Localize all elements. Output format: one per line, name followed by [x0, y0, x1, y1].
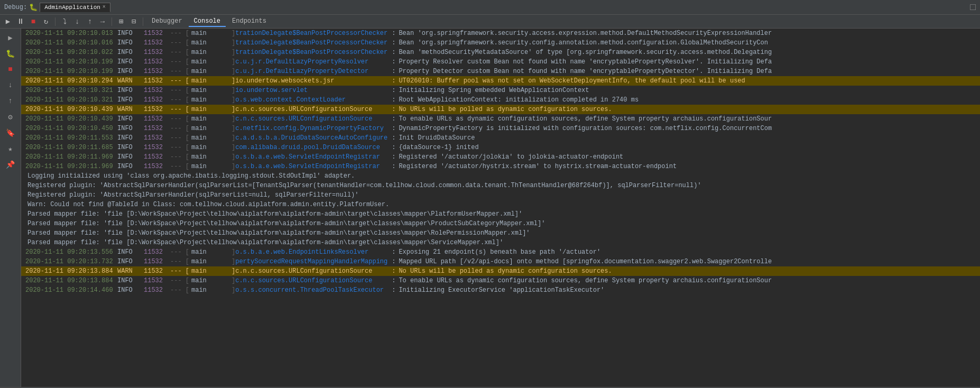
log-bracket-close: ]: [232, 143, 235, 152]
log-message: DynamicPropertyFactory is initialized wi…: [399, 124, 772, 133]
log-dashes: --- [: [170, 257, 189, 266]
log-logger: trationDelegate$BeanPostProcessorChecker: [235, 29, 389, 38]
log-thread: 11532: [144, 86, 170, 95]
sidebar-step-down-icon[interactable]: ↓: [3, 78, 19, 92]
log-thread: 11532: [144, 76, 170, 86]
console-area: 2020-11-11 09:20:10.013INFO11532--- [ ma…: [21, 29, 980, 387]
app-tab[interactable]: AdminApplication ×: [40, 3, 110, 12]
toolbar-btn-evaluate[interactable]: ⊞: [115, 16, 127, 27]
log-logger: o.s.web.context.ContextLoader: [235, 95, 389, 105]
sidebar-step-up-icon[interactable]: ↑: [3, 94, 19, 108]
toolbar-btn-step-into[interactable]: ↓: [71, 16, 83, 27]
toolbar-btn-resume[interactable]: ▶: [2, 16, 14, 27]
sidebar-debug-icon[interactable]: 🐛: [3, 47, 19, 60]
log-thread: 11532: [144, 266, 170, 276]
sidebar-bookmark-icon[interactable]: 🔖: [3, 126, 19, 140]
toolbar-btn-step-out[interactable]: ↑: [84, 16, 96, 27]
log-thread: 11532: [144, 257, 170, 266]
tab-endpoints-label: Endpoints: [232, 17, 266, 25]
log-timestamp: 2020-11-11 09:20:10.439: [25, 114, 115, 124]
log-colon: :: [392, 152, 395, 162]
toolbar-btn-step-over[interactable]: ⤵: [59, 16, 70, 27]
log-plain-text: Warn: Could not find @TableId in Class: …: [25, 200, 976, 209]
log-message: Mapped URL path [/v2/api-docs] onto meth…: [399, 257, 772, 266]
log-thread: 11532: [144, 124, 170, 133]
toolbar-btn-stop[interactable]: ■: [27, 16, 39, 27]
log-dashes: --- [: [170, 86, 189, 95]
log-line: Parsed mapper file: 'file [D:\WorkSpace\…: [21, 238, 980, 247]
toolbar-btn-watch[interactable]: ⊟: [128, 16, 140, 27]
log-plain-text: Registered plugin: 'AbstractSqlParserHan…: [25, 190, 976, 200]
log-thread: 11532: [144, 162, 170, 171]
log-thread-name: main: [189, 105, 232, 114]
log-bracket-close: ]: [232, 86, 235, 95]
log-colon: :: [392, 29, 395, 38]
log-message: Bean 'org.springframework.security.acces…: [399, 29, 772, 38]
log-dashes: --- [: [170, 67, 189, 76]
log-logger: trationDelegate$BeanPostProcessorChecker: [235, 48, 389, 57]
log-colon: :: [392, 95, 395, 105]
log-thread: 11532: [144, 276, 170, 285]
log-logger: o.s.b.a.e.web.ServletEndpointRegistrar: [235, 152, 389, 162]
sidebar-settings-icon[interactable]: ⚙: [3, 110, 19, 124]
log-colon: :: [392, 105, 395, 114]
log-thread: 11532: [144, 57, 170, 67]
main-layout: ▶ 🐛 ■ ↓ ↑ ⚙ 🔖 ★ 📌 2020-11-11 09:20:10.01…: [0, 29, 980, 387]
tab-console[interactable]: Console: [189, 16, 226, 27]
log-dashes: --- [: [170, 105, 189, 114]
sidebar-star-icon[interactable]: ★: [3, 142, 19, 155]
log-message: UT026010: Buffer pool was not set on Web…: [399, 76, 745, 86]
log-colon: :: [392, 276, 395, 285]
log-dashes: --- [: [170, 266, 189, 276]
toolbar-btn-run-cursor[interactable]: →: [97, 16, 108, 27]
log-colon: :: [392, 143, 395, 152]
log-thread: 11532: [144, 95, 170, 105]
log-thread-name: main: [189, 133, 232, 143]
log-bracket-close: ]: [232, 257, 235, 266]
tab-debugger[interactable]: Debugger: [146, 16, 188, 27]
log-logger: o.s.b.a.e.web.ServletEndpointRegistrar: [235, 162, 389, 171]
log-logger: pertySourcedRequestMappingHandlerMapping: [235, 257, 389, 266]
log-thread: 11532: [144, 285, 170, 295]
sidebar-stop-icon[interactable]: ■: [3, 62, 19, 76]
log-logger: com.alibaba.druid.pool.DruidDataSource: [235, 143, 389, 152]
log-dashes: --- [: [170, 29, 189, 38]
log-thread-name: main: [189, 143, 232, 152]
log-level: INFO: [117, 162, 144, 171]
log-dashes: --- [: [170, 114, 189, 124]
app-tab-close[interactable]: ×: [103, 4, 106, 10]
maximize-btn[interactable]: □: [970, 2, 976, 13]
log-level: INFO: [117, 124, 144, 133]
log-line: 2020-11-11 09:20:11.685INFO11532--- [ ma…: [21, 143, 980, 152]
log-bracket-close: ]: [232, 276, 235, 285]
log-bracket-close: ]: [232, 95, 235, 105]
console-content[interactable]: 2020-11-11 09:20:10.013INFO11532--- [ ma…: [21, 29, 980, 387]
log-message: Initializing ExecutorService 'applicatio…: [399, 285, 604, 295]
sidebar-pin-icon[interactable]: 📌: [3, 158, 19, 171]
log-logger: c.u.j.r.DefaultLazyPropertyResolver: [235, 57, 389, 67]
log-level: INFO: [117, 114, 144, 124]
log-level: INFO: [117, 57, 144, 67]
tab-endpoints[interactable]: Endpoints: [227, 16, 272, 27]
log-colon: :: [392, 67, 395, 76]
log-bracket-close: ]: [232, 124, 235, 133]
log-timestamp: 2020-11-11 09:20:10.016: [25, 38, 115, 48]
log-colon: :: [392, 114, 395, 124]
log-line: 2020-11-11 09:20:11.969INFO11532--- [ ma…: [21, 152, 980, 162]
log-timestamp: 2020-11-11 09:20:10.321: [25, 86, 115, 95]
sidebar-run-icon[interactable]: ▶: [3, 31, 19, 44]
log-message: Registered '/actuator/hystrix.stream' to…: [399, 162, 677, 171]
log-level: INFO: [117, 152, 144, 162]
log-logger: trationDelegate$BeanPostProcessorChecker: [235, 38, 389, 48]
log-level: INFO: [117, 86, 144, 95]
log-line: 2020-11-11 09:20:11.553INFO11532--- [ ma…: [21, 133, 980, 143]
log-bracket-close: ]: [232, 38, 235, 48]
log-timestamp: 2020-11-11 09:20:10.294: [25, 76, 115, 86]
log-level: INFO: [117, 48, 144, 57]
toolbar-btn-restart[interactable]: ↻: [40, 16, 52, 27]
log-colon: :: [392, 48, 395, 57]
log-logger: c.a.d.s.b.a.DruidDataSourceAutoConfigure: [235, 133, 389, 143]
toolbar-btn-pause[interactable]: ⏸: [15, 16, 26, 27]
log-level: INFO: [117, 285, 144, 295]
log-message: Init DruidDataSource: [399, 133, 475, 143]
